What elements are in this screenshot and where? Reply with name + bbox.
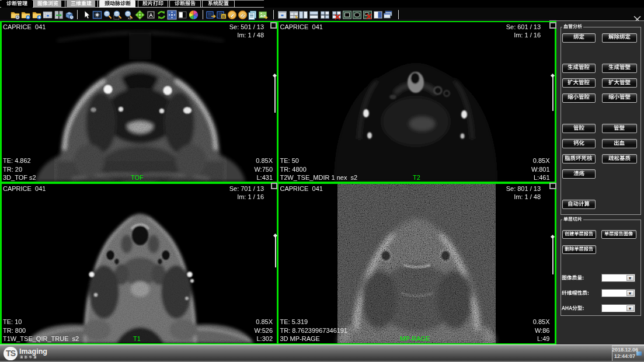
svg-text:B: B: [222, 15, 225, 19]
svg-text:A: A: [149, 12, 153, 18]
svg-text:x2: x2: [128, 16, 131, 20]
